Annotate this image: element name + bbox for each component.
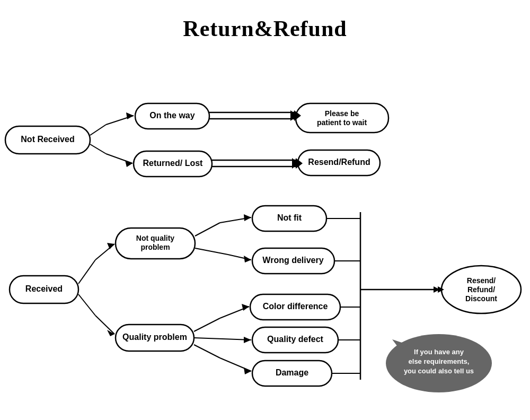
node-resend-refund: Resend/Refund — [308, 158, 370, 167]
bubble-line3: you could also tell us — [404, 367, 474, 375]
node-color-difference: Color difference — [263, 302, 328, 311]
node-received: Received — [25, 284, 63, 293]
svg-marker-7 — [126, 112, 134, 119]
svg-marker-49 — [244, 368, 251, 374]
node-quality-problem: Quality problem — [122, 332, 187, 342]
node-not-quality-line2: problem — [140, 243, 170, 251]
svg-marker-44 — [242, 304, 249, 311]
svg-line-5 — [90, 125, 106, 135]
svg-marker-38 — [244, 214, 251, 221]
bubble-line1: If you have any — [414, 348, 464, 356]
node-wrong-delivery: Wrong delivery — [262, 256, 323, 265]
svg-marker-10 — [125, 160, 132, 167]
node-on-the-way: On the way — [149, 111, 195, 120]
svg-line-33 — [78, 294, 95, 316]
svg-marker-46 — [244, 337, 251, 343]
svg-line-45 — [194, 338, 251, 340]
node-not-received: Not Received — [21, 135, 74, 144]
node-please-wait-line2: patient to wait — [317, 118, 367, 127]
svg-line-47 — [194, 345, 220, 358]
bubble-line2: else requirements, — [409, 357, 470, 365]
node-not-fit: Not fit — [277, 213, 302, 222]
node-please-wait-line1: Please be — [325, 109, 359, 118]
svg-line-42 — [194, 318, 220, 331]
svg-line-34 — [95, 316, 114, 334]
node-rrd-line2: Refund/ — [467, 285, 495, 294]
node-not-quality-line1: Not quality — [136, 234, 175, 242]
svg-line-8 — [90, 144, 106, 154]
node-returned-lost: Returned/ Lost — [143, 159, 204, 168]
node-quality-defect: Quality defect — [267, 335, 323, 344]
node-damage: Damage — [276, 368, 308, 377]
svg-marker-32 — [107, 243, 114, 249]
node-rrd-line3: Discount — [465, 294, 497, 303]
node-rrd-line1: Resend/ — [467, 276, 496, 285]
svg-line-36 — [195, 223, 220, 236]
svg-line-39 — [195, 248, 228, 255]
svg-line-30 — [78, 260, 95, 284]
